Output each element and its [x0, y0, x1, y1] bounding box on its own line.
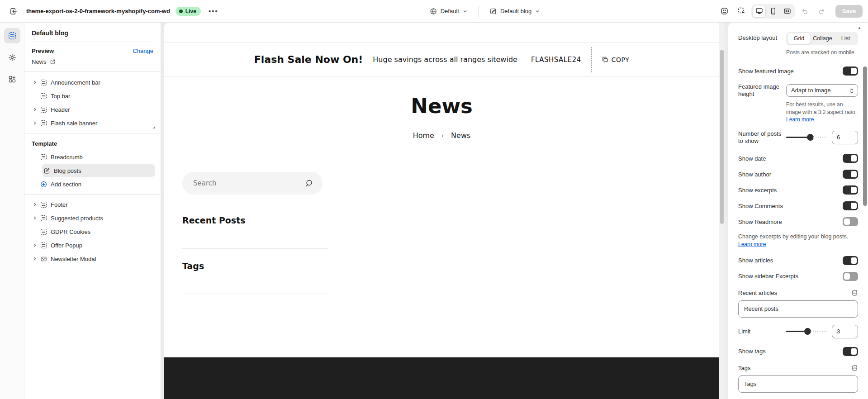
chevron-right-icon[interactable] — [32, 107, 38, 112]
show-date-toggle[interactable] — [843, 154, 858, 163]
panel-title: Default blog — [24, 23, 161, 42]
mobile-view-button[interactable] — [766, 5, 780, 18]
dynamic-source-icon[interactable] — [851, 290, 858, 296]
redo-button[interactable] — [815, 4, 829, 19]
number-of-posts-label: Number of posts to show — [738, 130, 782, 144]
show-featured-image-label: Show featured image — [738, 68, 794, 75]
featured-image-learn-more-link[interactable]: Learn more — [786, 116, 814, 123]
breadcrumb-home-link[interactable]: Home — [413, 131, 434, 140]
apps-rail-button[interactable] — [4, 71, 20, 87]
locale-selector[interactable]: Default — [426, 5, 471, 18]
copy-icon — [602, 56, 608, 63]
storefront-preview: Flash Sale Now On! Huge savings across a… — [164, 23, 725, 399]
slider-handle[interactable] — [807, 134, 814, 141]
tree-item-header[interactable]: Header — [30, 103, 155, 116]
tree-item-footer[interactable]: Footer — [30, 198, 155, 211]
desktop-view-button[interactable] — [752, 5, 766, 18]
exit-editor-button[interactable] — [6, 4, 21, 19]
settings-scrollbar-thumb[interactable] — [863, 66, 867, 206]
tree-item-suggested-products[interactable]: Suggested products — [30, 211, 155, 225]
tree-item-newsletter-modal[interactable]: Newsletter Modal — [30, 252, 155, 266]
select-updown-icon — [849, 88, 854, 94]
chevron-right-icon[interactable] — [32, 243, 38, 247]
scroll-up-indicator-icon[interactable]: ▲ — [858, 26, 861, 30]
sections-rail-button[interactable] — [4, 28, 20, 43]
app-embeds-button[interactable] — [717, 4, 731, 19]
number-of-posts-slider[interactable] — [786, 134, 827, 141]
show-sidebar-excerpts-toggle[interactable] — [843, 272, 858, 281]
show-articles-toggle[interactable] — [843, 256, 858, 265]
chevron-right-icon[interactable] — [32, 121, 38, 125]
chevron-down-icon — [463, 9, 467, 14]
show-readmore-toggle[interactable] — [843, 217, 858, 226]
preview-label: Preview — [32, 48, 54, 54]
limit-slider[interactable] — [786, 328, 827, 335]
tags-input[interactable] — [738, 375, 858, 393]
flash-sale-subtitle: Huge savings across all ranges sitewide — [373, 55, 517, 64]
sections-icon — [8, 32, 16, 40]
tree-item-blog-posts-selected[interactable]: Blog posts — [42, 164, 155, 177]
tree-item-breadcrumb[interactable]: Breadcrumb — [30, 150, 155, 164]
tags-label: Tags — [738, 365, 750, 371]
tree-item-top-bar[interactable]: Top bar — [30, 89, 155, 103]
desktop-layout-segmented: Grid Collage List — [786, 32, 858, 45]
number-of-posts-input[interactable] — [832, 131, 858, 144]
limit-input[interactable] — [832, 325, 858, 338]
preview-scrollbar[interactable] — [719, 23, 725, 399]
chevron-right-icon[interactable] — [32, 216, 38, 220]
section-icon — [40, 93, 47, 100]
search-input[interactable] — [182, 172, 323, 195]
divider — [182, 294, 328, 294]
excerpt-learn-more-link[interactable]: Learn more — [738, 241, 766, 247]
section-icon — [40, 120, 47, 127]
layout-option-collage[interactable]: Collage — [811, 33, 834, 44]
layout-option-list[interactable]: List — [834, 33, 857, 44]
three-dots-icon: ••• — [209, 7, 218, 15]
more-actions-button[interactable]: ••• — [206, 4, 221, 19]
inspect-section-button[interactable] — [734, 4, 749, 19]
blog-page-title: News — [164, 94, 719, 118]
change-preview-link[interactable]: Change — [133, 48, 153, 54]
show-excerpts-toggle[interactable] — [843, 185, 858, 195]
fullwidth-view-button[interactable] — [780, 5, 794, 18]
search-icon[interactable] — [304, 179, 313, 188]
tree-item-offer-popup[interactable]: Offer Popup — [30, 238, 155, 252]
tree-item-gdpr-cookies[interactable]: GDPR Cookies — [30, 225, 155, 238]
slider-handle[interactable] — [804, 328, 811, 335]
show-author-toggle[interactable] — [843, 170, 858, 179]
preview-scrollbar-thumb[interactable] — [720, 50, 724, 224]
copy-code-button[interactable]: COPY — [591, 47, 629, 72]
inspect-cursor-icon — [737, 7, 746, 15]
flash-sale-banner: Flash Sale Now On! Huge savings across a… — [164, 42, 719, 77]
undo-button[interactable] — [797, 4, 812, 19]
show-comments-toggle[interactable] — [843, 201, 858, 210]
excerpt-note: Change excerpts by editing your blog pos… — [738, 233, 858, 248]
chevron-right-icon[interactable] — [32, 256, 38, 261]
layout-option-grid[interactable]: Grid — [787, 33, 811, 44]
layout-help-text: Posts are stacked on mobile. — [786, 49, 858, 56]
breadcrumb-current: News — [451, 131, 470, 140]
show-comments-label: Show Comments — [738, 203, 783, 209]
save-button[interactable]: Save — [835, 5, 863, 18]
divider — [24, 194, 161, 195]
blog-search-field[interactable] — [182, 172, 323, 195]
recent-articles-input[interactable] — [738, 300, 858, 318]
dynamic-source-icon[interactable] — [851, 365, 858, 371]
show-tags-label: Show tags — [738, 348, 766, 355]
tree-item-flash-sale-banner[interactable]: Flash sale banner — [30, 116, 155, 130]
show-tags-toggle[interactable] — [843, 347, 858, 356]
add-section-button[interactable]: Add section — [30, 177, 155, 191]
chevron-right-icon[interactable] — [32, 202, 38, 207]
preview-page-link[interactable]: News — [32, 58, 153, 65]
chevron-right-icon[interactable] — [32, 80, 38, 85]
featured-image-height-select[interactable]: Adapt to image — [786, 84, 858, 97]
template-context-selector[interactable]: Default blog — [486, 5, 543, 18]
live-dot-icon — [179, 10, 183, 13]
featured-image-help-text: For best results, use an image with a 3:… — [786, 101, 858, 123]
tree-item-announcement-bar[interactable]: Announcement bar — [30, 76, 155, 89]
theme-settings-rail-button[interactable] — [4, 50, 20, 65]
show-sidebar-excerpts-label: Show sidebar Excerpts — [738, 273, 798, 280]
scroll-up-indicator-icon[interactable]: ▲ — [152, 125, 156, 129]
show-featured-image-toggle[interactable] — [843, 66, 858, 76]
live-status-badge: Live — [175, 7, 201, 16]
